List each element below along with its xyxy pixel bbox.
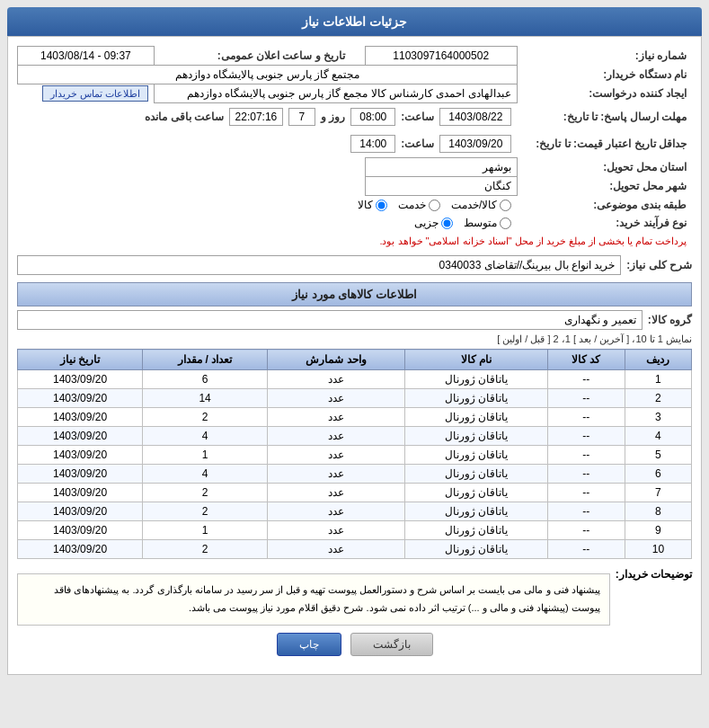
cell-tarikh: 1403/09/20	[18, 427, 143, 446]
cell-tedad: 6	[143, 370, 268, 389]
mohlat-baqi: 22:07:16	[229, 108, 283, 126]
radio-kala-khadamat-input[interactable]	[500, 200, 511, 211]
cell-radif: 3	[625, 408, 691, 427]
radio-khadamat-label: خدمت	[398, 199, 426, 211]
cell-tarikh: 1403/09/20	[18, 446, 143, 465]
cell-kod: --	[547, 427, 625, 446]
cell-tedad: 1	[143, 521, 268, 540]
ettelaat-tamas-button[interactable]: اطلاعات تماس خریدار	[42, 85, 148, 102]
cell-naam: یاتاقان ژورنال	[404, 389, 547, 408]
cell-vahed: عدد	[268, 427, 405, 446]
table-row: 2--یاتاقان ژورنالعدد141403/09/20	[18, 389, 692, 408]
grooh-row: گروه کالا: تعمیر و نگهداری	[17, 310, 692, 330]
cell-naam: یاتاقان ژورنال	[404, 540, 547, 559]
cell-radif: 2	[625, 389, 691, 408]
cell-tarikh: 1403/09/20	[18, 370, 143, 389]
col-header-1: کد کالا	[547, 350, 625, 370]
table-row: 5--یاتاقان ژورنالعدد11403/09/20	[18, 446, 692, 465]
cell-tedad: 2	[143, 408, 268, 427]
mohlat-saat: 08:00	[350, 108, 395, 126]
table-row: 9--یاتاقان ژورنالعدد11403/09/20	[18, 521, 692, 540]
name-dastgah-label: نام دستگاه خریدار:	[517, 66, 692, 84]
cell-naam: یاتاقان ژورنال	[404, 427, 547, 446]
mohlat-rooz: 7	[288, 108, 315, 126]
table-row: 4--یاتاقان ژورنالعدد41403/09/20	[18, 427, 692, 446]
mohlat-label: مهلت ارسال پاسخ: تا تاریخ:	[517, 103, 692, 131]
mohlat-date: 1403/08/22	[439, 108, 511, 126]
cell-vahed: عدد	[268, 389, 405, 408]
cell-radif: 5	[625, 446, 691, 465]
print-button[interactable]: چاپ	[277, 633, 341, 656]
radio-kala: کالا	[358, 199, 387, 211]
shahr-label: شهر محل تحویل:	[517, 177, 692, 196]
col-header-5: تاریخ نیاز	[18, 350, 143, 370]
radio-kala-khadamat: کالا/خدمت	[451, 199, 511, 211]
ijad-label: ایجاد کننده درخواست:	[517, 84, 692, 103]
main-card: شماره نیاز: 1103097164000502 تاریخ و ساع…	[7, 36, 702, 675]
radio-khadamat-input[interactable]	[429, 200, 440, 211]
jadaval-saat: 14:00	[350, 135, 395, 153]
tarikh-elan-value: 1403/08/14 - 09:37	[18, 47, 155, 66]
name-dastgah-value: مجتمع گاز پارس جنوبی پالایشگاه دوازدهم	[18, 66, 518, 84]
radio-motovaset-label: متوسط	[464, 217, 497, 229]
radio-khadamat: خدمت	[398, 199, 440, 211]
page-header: جزئیات اطلاعات نیاز	[7, 7, 702, 36]
radio-kala-input[interactable]	[376, 200, 387, 211]
col-header-4: تعداد / مقدار	[143, 350, 268, 370]
table-row: 8--یاتاقان ژورنالعدد21403/09/20	[18, 502, 692, 521]
sharh-value: خرید انواع بال بیرینگ//تقاضای 0340033	[17, 255, 621, 275]
radio-motovaset-input[interactable]	[500, 218, 511, 229]
jadaval-row: 1403/09/20 ساعت: 14:00	[23, 135, 512, 153]
table-row: 1--یاتاقان ژورنالعدد61403/09/20	[18, 370, 692, 389]
tawzih-label: توضیحات خریدار:	[616, 568, 692, 581]
cell-naam: یاتاقان ژورنال	[404, 446, 547, 465]
cell-vahed: عدد	[268, 465, 405, 484]
cell-tarikh: 1403/09/20	[18, 408, 143, 427]
now-farayand-radio-group: متوسط جزیی	[23, 217, 512, 229]
back-button[interactable]: بازگشت	[350, 633, 433, 656]
cell-kod: --	[547, 408, 625, 427]
radio-motovaset: متوسط	[464, 217, 511, 229]
buttons-row: بازگشت چاپ	[17, 633, 692, 665]
tarikh-elan-label: تاریخ و ساعت اعلان عمومی:	[154, 47, 350, 66]
namaayesh-text: نمایش 1 تا 10، [ آخرین / بعد ] 1، 2 [ قب…	[497, 333, 692, 344]
grooh-label: گروه کالا:	[648, 314, 692, 326]
cell-tedad: 14	[143, 389, 268, 408]
radio-jozei-input[interactable]	[441, 218, 453, 229]
cell-naam: یاتاقان ژورنال	[404, 465, 547, 484]
cell-kod: --	[547, 465, 625, 484]
ettelaat-section-header: اطلاعات کالاهای مورد نیاز	[17, 282, 692, 306]
cell-tedad: 2	[143, 502, 268, 521]
radio-jozei: جزیی	[414, 217, 453, 229]
mohlat-rooz-label: روز و	[321, 111, 345, 123]
cell-tedad: 4	[143, 465, 268, 484]
cell-tedad: 1	[143, 446, 268, 465]
namaayesh-row: نمایش 1 تا 10، [ آخرین / بعد ] 1، 2 [ قب…	[17, 333, 692, 345]
cell-tarikh: 1403/09/20	[18, 521, 143, 540]
cell-tedad: 2	[143, 484, 268, 502]
cell-naam: یاتاقان ژورنال	[404, 484, 547, 502]
cell-vahed: عدد	[268, 484, 405, 502]
jadaval-label: جداقل تاریخ اعتبار قیمت: تا تاریخ:	[517, 130, 692, 158]
tawzih-box: پیشنهاد فنی و مالی می بایست بر اساس شرح …	[17, 573, 610, 626]
cell-tarikh: 1403/09/20	[18, 540, 143, 559]
radio-kala-khadamat-label: کالا/خدمت	[451, 199, 497, 211]
tawzih-text: پیشنهاد فنی و مالی می بایست بر اساس شرح …	[54, 584, 599, 613]
cell-kod: --	[547, 502, 625, 521]
cell-naam: یاتاقان ژورنال	[404, 502, 547, 521]
cell-radif: 7	[625, 484, 691, 502]
shomare-niaz-value: 1103097164000502	[365, 47, 517, 66]
radio-jozei-label: جزیی	[414, 217, 439, 229]
cell-tedad: 4	[143, 427, 268, 446]
cell-kod: --	[547, 521, 625, 540]
cell-tarikh: 1403/09/20	[18, 389, 143, 408]
cell-radif: 1	[625, 370, 691, 389]
info-table: شماره نیاز: 1103097164000502 تاریخ و ساع…	[17, 46, 692, 250]
cell-tedad: 2	[143, 540, 268, 559]
page-title: جزئیات اطلاعات نیاز	[302, 14, 407, 29]
cell-vahed: عدد	[268, 521, 405, 540]
tawzih-section: توضیحات خریدار: پیشنهاد فنی و مالی می با…	[17, 566, 692, 626]
cell-vahed: عدد	[268, 540, 405, 559]
col-header-3: واحد شمارش	[268, 350, 405, 370]
shomare-niaz-label: شماره نیاز:	[517, 47, 692, 66]
